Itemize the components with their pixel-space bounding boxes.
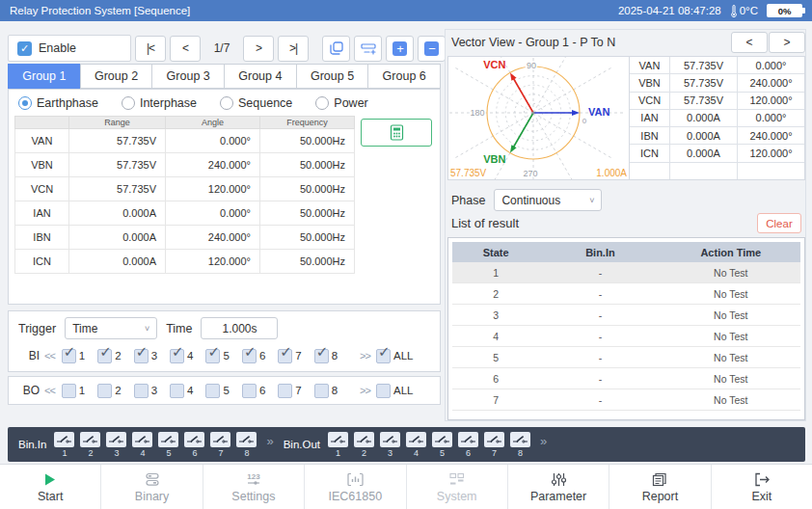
tab-group-1[interactable]: Group 1 <box>8 64 81 89</box>
channel-value[interactable]: 50.000Hz <box>260 201 355 226</box>
switch-indicator[interactable] <box>210 432 230 447</box>
switch-indicator[interactable] <box>80 432 100 447</box>
checkbox-icon[interactable] <box>170 349 184 363</box>
tab-group-4[interactable]: Group 4 <box>224 64 297 89</box>
channel-value[interactable]: 0.000A <box>69 226 166 250</box>
checkbox-icon[interactable] <box>62 384 76 398</box>
channel-value[interactable]: 0.000A <box>69 250 166 274</box>
calculator-button[interactable] <box>361 119 432 147</box>
tab-group-5[interactable]: Group 5 <box>296 64 369 89</box>
switch-indicator[interactable] <box>458 432 478 447</box>
switch-indicator[interactable] <box>106 432 126 447</box>
channel-value[interactable]: 50.000Hz <box>260 153 355 177</box>
result-row[interactable]: 3-No Test <box>452 305 800 326</box>
exit-button[interactable]: Exit <box>712 465 812 509</box>
channel-value[interactable]: 120.000° <box>166 250 260 274</box>
checkbox-icon[interactable] <box>242 349 257 363</box>
checkbox-label: 1 <box>79 350 85 362</box>
vector-next-button[interactable]: > <box>769 32 805 53</box>
switch-indicator[interactable] <box>380 432 400 447</box>
switch-indicator[interactable] <box>354 432 374 447</box>
switch-indicator[interactable] <box>158 432 178 447</box>
add-state-button[interactable]: + <box>386 36 414 62</box>
checkbox-icon[interactable] <box>62 349 76 363</box>
channel-value[interactable]: 50.000Hz <box>260 129 355 153</box>
report-button[interactable]: Report <box>609 465 711 509</box>
checkbox-icon[interactable] <box>170 384 184 398</box>
channel-value[interactable]: 57.735V <box>69 129 166 153</box>
result-row[interactable]: 4-No Test <box>452 326 800 347</box>
channel-value[interactable]: 57.735V <box>69 153 166 177</box>
switch-indicator[interactable] <box>54 432 74 447</box>
time-input[interactable]: 1.000s <box>201 317 278 339</box>
tab-group-6[interactable]: Group 6 <box>367 64 441 89</box>
checkbox-icon[interactable] <box>278 384 292 398</box>
result-action-time: No Test <box>662 326 800 346</box>
channel-value[interactable]: 120.000° <box>166 177 260 201</box>
clear-button[interactable]: Clear <box>757 213 801 233</box>
state-pager: |< < 1/7 > >| + − <box>135 35 446 62</box>
checkbox-icon[interactable] <box>376 384 391 398</box>
switch-indicator[interactable] <box>236 432 257 447</box>
enable-checkbox[interactable]: ✓ <box>17 41 32 56</box>
bin-out-4: 4 <box>406 432 426 458</box>
checkbox-icon[interactable] <box>134 384 149 398</box>
switch-indicator[interactable] <box>406 432 426 447</box>
checkbox-icon[interactable] <box>314 349 329 363</box>
switch-indicator[interactable] <box>510 432 530 447</box>
checkbox-icon[interactable] <box>205 349 220 363</box>
switch-indicator[interactable] <box>184 432 204 447</box>
switch-indicator[interactable] <box>432 432 452 447</box>
radio-power[interactable]: Power <box>315 96 367 110</box>
checkbox-icon[interactable] <box>314 384 329 398</box>
checkbox-icon[interactable] <box>242 384 257 398</box>
first-page-button[interactable]: |< <box>135 36 166 62</box>
enable-box: ✓ Enable <box>8 35 131 62</box>
channel-value[interactable]: 0.000A <box>69 201 166 226</box>
binary-button[interactable]: Binary <box>101 465 203 509</box>
tab-group-2[interactable]: Group 2 <box>80 64 153 89</box>
radio-sequence[interactable]: Sequence <box>220 96 292 110</box>
result-row[interactable]: 7-No Test <box>452 389 800 411</box>
trigger-type-select[interactable]: Time˅ <box>65 317 157 339</box>
last-page-button[interactable]: >| <box>278 36 309 62</box>
system-button[interactable]: System <box>407 465 508 509</box>
result-row[interactable]: 2-No Test <box>452 283 800 305</box>
iec61850-button[interactable]: IEC61850 <box>305 465 406 509</box>
channel-value[interactable]: 240.000° <box>166 153 260 177</box>
channel-value[interactable]: 50.000Hz <box>260 250 355 274</box>
copy-state-button[interactable] <box>322 36 350 62</box>
channel-value[interactable]: 50.000Hz <box>260 226 355 250</box>
channel-value[interactable]: 50.000Hz <box>260 177 355 201</box>
prev-page-button[interactable]: < <box>170 36 201 62</box>
channel-value[interactable]: 240.000° <box>166 226 260 250</box>
channel-value[interactable]: 0.000° <box>166 129 260 153</box>
checkbox-icon[interactable] <box>376 349 391 363</box>
insert-state-button[interactable] <box>354 36 382 62</box>
result-row[interactable]: 1-No Test <box>452 262 800 283</box>
checkbox-icon[interactable] <box>134 349 149 363</box>
next-page-button[interactable]: > <box>243 36 274 62</box>
tab-group-3[interactable]: Group 3 <box>151 64 225 89</box>
checkbox-icon[interactable] <box>278 349 292 363</box>
phase-select[interactable]: Continuous˅ <box>494 189 602 211</box>
result-row[interactable]: 6-No Test <box>452 368 800 389</box>
checkbox-icon[interactable] <box>97 349 112 363</box>
switch-indicator[interactable] <box>132 432 152 447</box>
parameter-button[interactable]: Parameter <box>508 465 609 509</box>
switch-indicator[interactable] <box>328 432 348 447</box>
switch-indicator[interactable] <box>484 432 504 447</box>
remove-state-button[interactable]: − <box>418 36 446 62</box>
radio-earthphase[interactable]: Earthphase <box>18 96 98 110</box>
vector-view-title: Vector View - Group 1 - P To N <box>451 36 615 49</box>
start-button[interactable]: Start <box>0 465 101 509</box>
settings-button[interactable]: 123 Settings <box>203 465 305 509</box>
result-state: 4 <box>452 326 539 346</box>
result-row[interactable]: 5-No Test <box>452 347 800 368</box>
channel-value[interactable]: 0.000° <box>166 201 260 226</box>
vector-prev-button[interactable]: < <box>731 32 768 53</box>
checkbox-icon[interactable] <box>205 384 220 398</box>
channel-value[interactable]: 57.735V <box>69 177 166 201</box>
radio-interphase[interactable]: Interphase <box>122 96 197 110</box>
checkbox-icon[interactable] <box>97 384 112 398</box>
